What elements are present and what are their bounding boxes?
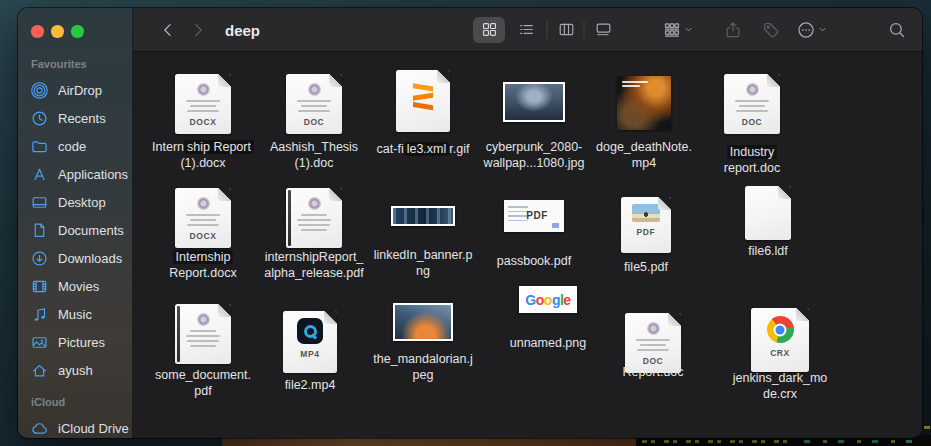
file-name-label: file6.ldf [693,244,843,260]
file-name-label: jenkins_dark_mode.crx [705,371,855,402]
cloud-icon [30,418,49,438]
sidebar-item-label: Downloads [58,251,122,266]
file-name-line: jenkins_dark_mo [705,371,855,387]
sidebar-item-pictures[interactable]: Pictures [18,328,132,356]
desktop-icon [30,192,49,212]
toolbar-divider [584,21,585,39]
sidebar-item-label: ayush [58,363,93,378]
file-name-line: Industry [677,145,827,161]
sidebar-item-label: iCloud Drive [58,421,129,436]
sidebar-section-title: iCloud [31,396,132,410]
applications-icon [30,164,49,184]
photo-icon [30,332,49,352]
finder-window: FavouritesAirDropRecentscodeApplications… [18,8,922,438]
gallery-view-button[interactable] [587,17,619,43]
sidebar-item-label: code [58,139,86,154]
sidebar-item-label: Desktop [58,195,106,210]
file-icon-wrap: CRX [715,308,845,372]
dock-strip [222,437,642,446]
sidebar-item-downloads[interactable]: Downloads [18,244,132,272]
chevron-down-icon [817,24,828,35]
file-name-line: file6.ldf [693,244,843,260]
sidebar-item-label: Applications [58,167,128,182]
sidebar-item-music[interactable]: Music [18,300,132,328]
blank-file-icon [745,186,791,240]
terminal-text-fragment [924,426,930,429]
music-note-icon [30,304,49,324]
film-icon [30,276,49,296]
file-name-label: the_mandalorian.jpeg [348,352,498,383]
more-button[interactable] [789,17,835,43]
google-wordmark: Google [525,292,570,308]
column-view-button[interactable] [550,17,582,43]
doc-document-icon: DOC [625,313,681,373]
tag-button[interactable] [755,17,787,43]
sidebar-item-desktop[interactable]: Desktop [18,188,132,216]
sidebar-section-title: Favourites [31,58,132,72]
file-name-label: file5.pdf [571,260,721,276]
sidebar-item-movies[interactable]: Movies [18,272,132,300]
sidebar-item-ayush[interactable]: ayush [18,356,132,384]
doc-document-icon: DOC [286,74,342,134]
file-icon-wrap: PDF [581,197,711,253]
docx-document-icon: DOCX [175,188,231,248]
group-button[interactable] [655,17,701,43]
sidebar-nav: FavouritesAirDropRecentscodeApplications… [18,8,132,438]
file-name-line: peg [348,368,498,384]
file-icon-wrap: PDF [469,200,599,232]
sidebar-item-label: Pictures [58,335,105,350]
pdf-preview-icon: PDF [621,197,671,253]
back-button[interactable] [155,17,181,43]
sidebar: FavouritesAirDropRecentscodeApplications… [18,8,133,438]
list-view-button[interactable] [510,17,542,43]
doc-document-icon: DOC [724,74,780,134]
sidebar-item-label: AirDrop [58,83,102,98]
sidebar-item-applications[interactable]: Applications [18,160,132,188]
sidebar-item-code[interactable]: code [18,132,132,160]
sidebar-item-label: Recents [58,111,106,126]
home-icon [30,360,49,380]
sidebar-item-label: Documents [58,223,124,238]
mandalorian-image-thumbnail [393,303,453,341]
file-icon-wrap: DOC [588,313,718,373]
document-icon [30,220,49,240]
file-name-line: de.crx [705,387,855,403]
folder-icon [30,136,49,156]
clock-icon [30,108,49,128]
google-logo-thumbnail: Google [519,286,577,313]
passbook-pdf-thumbnail: PDF [504,200,564,232]
toolbar-divider [547,21,548,39]
file-icon-wrap: Google [483,286,613,313]
sidebar-item-documents[interactable]: Documents [18,216,132,244]
sidebar-section-icloud: iCloudiCloud Drive [18,396,132,438]
file-icon-wrap: DOC [687,74,817,134]
sidebar-item-airdrop[interactable]: AirDrop [18,76,132,104]
doge-video-thumbnail [617,76,671,130]
file-name-label: Industryreport.doc [677,145,827,176]
file-name-line: the_mandalorian.j [348,352,498,368]
sidebar-item-label: Movies [58,279,99,294]
sidebar-item-icloud-drive[interactable]: iCloud Drive [18,414,132,438]
pdf-report-icon [175,304,231,364]
airdrop-icon [30,80,49,100]
downloads-icon [30,248,49,268]
toolbar: deep [133,8,922,52]
chevron-down-icon [683,24,694,35]
file-icon-wrap [703,186,833,240]
chrome-extension-icon: CRX [751,308,809,372]
cyberpunk-image-thumbnail [503,82,565,122]
docx-document-icon: DOCX [175,74,231,134]
search-button[interactable] [881,17,913,43]
file-icon-wrap [358,303,488,341]
forward-button[interactable] [185,17,211,43]
pdf-report-icon [286,188,342,248]
sidebar-item-recents[interactable]: Recents [18,104,132,132]
share-button[interactable] [717,17,749,43]
grid-view-button[interactable] [473,17,505,43]
linkedin-banner-thumbnail [391,206,455,226]
pdf-badge: PDF [526,210,548,221]
file-name-line: (1).doc [239,156,389,172]
sidebar-section-favourites: FavouritesAirDropRecentscodeApplications… [18,58,132,384]
main-pane: deep DOCXInternship Report(1).docxDOCAas… [133,8,922,438]
file-name-line: report.doc [677,161,827,177]
